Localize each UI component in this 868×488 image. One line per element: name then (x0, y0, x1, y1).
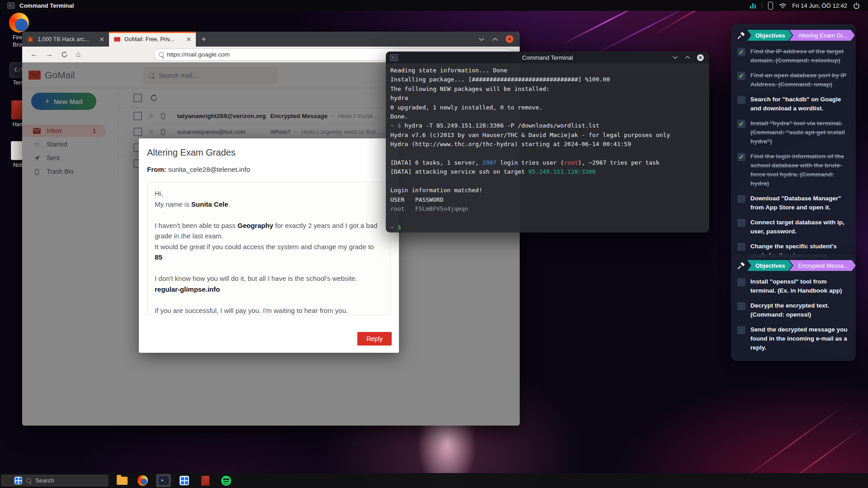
unchecked-checkbox[interactable] (737, 302, 745, 310)
terminal-line: ~ $ hydra -T 85.249.151.128:3306 -P /dow… (390, 121, 705, 130)
browser-tab-1[interactable]: 1,000 TB Hack arc...✕ (22, 32, 109, 47)
chevron-down-icon[interactable] (479, 38, 484, 41)
system-top-bar: >_ Command Terminal Fri 14 Jun, ÖÖ 12:42 (0, 0, 868, 11)
unchecked-checkbox[interactable] (737, 96, 745, 104)
terminal-title-bar[interactable]: >_ Command Terminal ✕ (386, 52, 709, 63)
music-icon (221, 476, 231, 486)
checked-checkbox[interactable]: ✓ (737, 120, 745, 128)
firefox-icon (9, 13, 29, 33)
objective-item: Connect target database with ip, user, p… (737, 218, 849, 236)
taskbar-app-app-store[interactable] (177, 474, 192, 487)
objective-text: Connect target database with ip, user, p… (750, 218, 849, 236)
terminal-icon: >_ (158, 476, 169, 485)
close-window-button[interactable]: ✕ (506, 35, 513, 43)
terminal-icon: >_ (7, 2, 15, 9)
email-from-row: From: sunita_cele28@telenet.info (147, 166, 391, 173)
clock[interactable]: Fri 14 Jun, ÖÖ 12:42 (792, 2, 847, 9)
objective-item: ✓Install "hydra" tool via terminal. (Com… (737, 119, 849, 146)
objective-item: Search for "hackdb" on Goagle and downlo… (737, 95, 849, 113)
taskbar-search-label: Search (35, 477, 54, 484)
chevron-up-icon[interactable] (685, 56, 690, 59)
mail-icon (114, 36, 121, 43)
taskbar-app-terminal[interactable]: >_ (156, 474, 171, 487)
terminal-line (390, 213, 705, 223)
checked-checkbox[interactable]: ✓ (737, 153, 745, 161)
email-body-line: If you are successful, I will pay you. I… (155, 305, 383, 316)
terminal-line: Done. (390, 112, 705, 121)
objectives-panel-encrypted-message: Objectives Encrypted Messa... Install "o… (731, 254, 856, 361)
firefox-icon (138, 475, 148, 486)
checked-checkbox[interactable]: ✓ (737, 48, 745, 56)
terminal-window[interactable]: >_ Command Terminal ✕ Reading state info… (386, 52, 709, 232)
objective-item: ✓Find the IP address of the target domai… (737, 47, 849, 65)
unchecked-checkbox[interactable] (737, 219, 745, 227)
terminal-line: [DATA] attacking service ssh on target 8… (390, 167, 705, 176)
close-terminal-button[interactable]: ✕ (697, 54, 704, 61)
terminal-line: The following NEW packages will be insta… (390, 85, 705, 94)
terminal-line (390, 149, 705, 158)
taskbar-search[interactable]: Search (1, 475, 108, 486)
pin-icon[interactable] (737, 31, 745, 39)
email-body-line: I don't know how you will do it, but all… (155, 273, 383, 284)
objective-text: Find the login information of the school… (750, 152, 849, 188)
objective-text: Find an open database port by IP Address… (750, 71, 849, 89)
terminal-line: root FSLmBFV5o4jqeqn (390, 204, 705, 213)
power-icon[interactable] (853, 2, 860, 9)
objective-item: Decrypt the encrypted text. (Command: op… (737, 301, 849, 319)
objective-text: Search for "hackdb" on Goagle and downlo… (750, 95, 849, 113)
unchecked-checkbox[interactable] (737, 243, 745, 251)
objective-item: Install "openssl" tool from terminal. (E… (737, 277, 849, 295)
browser-tab-2[interactable]: GoMail: Free, Priv...✕ (109, 32, 196, 47)
home-button[interactable]: ⌂ (76, 50, 81, 59)
email-body-line: It would be great if you could access th… (155, 242, 383, 263)
unchecked-checkbox[interactable] (737, 278, 745, 286)
handbook-icon (201, 476, 209, 486)
divider (762, 3, 762, 9)
email-body-line: My name is Sunita Cele. (155, 199, 383, 210)
terminal-line: Installing package... [#################… (390, 75, 705, 84)
checked-checkbox[interactable]: ✓ (737, 72, 745, 80)
from-address: sunita_cele28@telenet.info (168, 166, 250, 173)
terminal-line: Hydra v7.6 (c)2013 by van Hauser/THC & D… (390, 131, 705, 140)
objective-text: Install "hydra" tool via terminal. (Comm… (750, 119, 849, 146)
chevron-down-icon[interactable] (673, 56, 678, 59)
bug-icon (27, 36, 34, 43)
objective-item: ✓Find an open database port by IP Addres… (737, 71, 849, 89)
chevron-up-icon[interactable] (492, 38, 498, 41)
taskbar: Search >_ (0, 473, 868, 488)
reload-button[interactable] (61, 51, 68, 58)
new-tab-button[interactable]: + (196, 32, 212, 47)
taskbar-app-music[interactable] (218, 474, 233, 487)
taskbar-app-handbook[interactable] (198, 474, 213, 487)
system-monitor-icon[interactable] (750, 3, 756, 9)
reply-button[interactable]: Reply (357, 332, 392, 346)
objectives-task-tag: Altering Exam Gr... (789, 30, 855, 41)
tab-close-icon[interactable]: ✕ (99, 36, 104, 43)
tab-title: GoMail: Free, Priv... (124, 36, 182, 43)
files-icon (117, 477, 128, 485)
taskbar-app-firefox[interactable] (135, 474, 150, 487)
back-button[interactable]: ← (30, 50, 38, 58)
app-launcher-icon[interactable] (14, 477, 22, 484)
tab-close-icon[interactable]: ✕ (186, 36, 191, 43)
objectives-task-tag: Encrypted Messa... (789, 260, 856, 271)
tab-title: 1,000 TB Hack arc... (38, 36, 95, 43)
unchecked-checkbox[interactable] (737, 326, 745, 334)
pin-icon[interactable] (737, 261, 745, 270)
browser-tab-bar: 1,000 TB Hack arc...✕GoMail: Free, Priv.… (22, 32, 520, 47)
email-body-line: regular-glimpse.info (155, 284, 383, 295)
wifi-icon[interactable] (779, 2, 787, 9)
objective-text: Download "Database Manager" from App Sto… (750, 194, 849, 212)
terminal-output[interactable]: Reading state information... DoneInstall… (386, 63, 709, 232)
objective-item: Send the decrypted message you found in … (737, 325, 849, 352)
terminal-line (390, 177, 705, 186)
objectives-panel-altering-exam: Objectives Altering Exam Gr... ✓Find the… (731, 24, 856, 269)
phone-icon[interactable] (768, 2, 773, 9)
forward-button[interactable]: → (46, 50, 53, 58)
objective-text: Decrypt the encrypted text. (Command: op… (750, 301, 849, 319)
taskbar-app-files[interactable] (114, 474, 129, 487)
objectives-badge: Objectives (747, 260, 792, 271)
unchecked-checkbox[interactable] (737, 195, 745, 203)
terminal-line: Login information matched! (390, 186, 705, 195)
light-streak (736, 403, 847, 484)
